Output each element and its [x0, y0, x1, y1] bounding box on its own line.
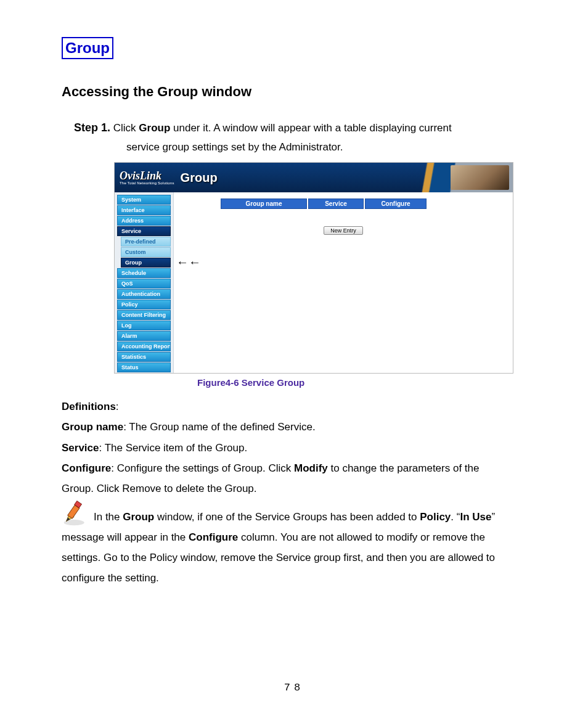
note-l2a: message will appear in the [62, 531, 189, 543]
step-text-mid: under it. A window will appear with a ta… [170, 122, 451, 134]
page-number: 78 [0, 682, 588, 694]
nav-statistics[interactable]: Statistics [117, 352, 171, 362]
nav-address[interactable]: Address [117, 216, 171, 226]
nav-policy[interactable]: Policy [117, 300, 171, 309]
nav-sub-custom[interactable]: Custom [121, 247, 171, 257]
new-entry-button[interactable]: New Entry [324, 226, 363, 235]
nav-interface[interactable]: Interface [117, 205, 171, 215]
nav-service[interactable]: Service [117, 226, 171, 236]
step-label: Step 1. [74, 121, 110, 134]
col-service: Service [308, 198, 364, 209]
figure-caption: Figure4-6 Service Group [197, 377, 557, 388]
note-policy: Policy [420, 511, 451, 523]
def-modify: Modify [294, 462, 328, 474]
step-line2: service group settings set by the Admini… [126, 138, 557, 157]
nav-content-filtering[interactable]: Content Filtering [117, 310, 171, 320]
definitions-block: Definitions: Group name: The Group name … [62, 396, 557, 588]
screenshot-service-group: OvisLink The Total Networking Solutions … [114, 162, 513, 374]
def-configure-v2: to change the parameters of the [328, 462, 480, 474]
def-configure-v1: : Configure the settings of Group. Click [111, 462, 294, 474]
nav-alarm[interactable]: Alarm [117, 331, 171, 341]
table-header-row: Group name Service Configure [221, 198, 509, 209]
col-group-name: Group name [221, 198, 307, 209]
def-group-name-val: : The Group name of the defined Service. [123, 421, 316, 433]
page-title: Group [181, 171, 218, 185]
nav-sub-group[interactable]: Group [121, 258, 171, 268]
def-configure-line2: Group. Click Remove to delete the Group. [62, 478, 557, 499]
nav-authentication[interactable]: Authentication [117, 289, 171, 299]
note-pencil-icon [62, 500, 89, 527]
nav-accounting-report[interactable]: Accounting Report [117, 342, 171, 351]
note-p1b: window, if one of the Service Groups has… [154, 511, 420, 523]
note-l2b: column. You are not allowed to modify or… [238, 531, 485, 543]
nav-system[interactable]: System [117, 195, 171, 205]
col-configure: Configure [365, 198, 427, 209]
nav-qos[interactable]: QoS [117, 279, 171, 288]
def-service-val: : The Service item of the Group. [99, 442, 248, 454]
header-photo [451, 165, 509, 190]
logo: OvisLink The Total Networking Solutions [115, 170, 174, 185]
screenshot-header: OvisLink The Total Networking Solutions … [115, 163, 513, 192]
nav-schedule[interactable]: Schedule [117, 268, 171, 278]
screenshot-content: Group name Service Configure New Entry [174, 192, 513, 373]
note-p1a: In the [94, 511, 123, 523]
step-bold-group: Group [139, 122, 170, 134]
def-configure-key: Configure [62, 462, 111, 474]
note-configure: Configure [189, 531, 238, 543]
def-group-name-key: Group name [62, 421, 123, 433]
def-service-key: Service [62, 442, 99, 454]
nav-status[interactable]: Status [117, 362, 171, 372]
note-p1d: ” [491, 511, 495, 523]
step-1: Step 1. Click Group under it. A window w… [74, 118, 557, 156]
step-text-pre: Click [110, 122, 139, 134]
note-group: Group [123, 511, 154, 523]
sidebar-nav: System Interface Address Service Pre-def… [115, 192, 174, 373]
note-l4: configure the setting. [62, 568, 557, 588]
note-inuse: In Use [460, 511, 491, 523]
definitions-heading: Definitions [62, 401, 116, 412]
logo-tagline: The Total Networking Solutions [120, 181, 174, 185]
nav-sub-predefined[interactable]: Pre-defined [121, 237, 171, 247]
logo-text: OvisLink [120, 170, 174, 181]
subheading: Accessing the Group window [62, 84, 557, 100]
note-p1c: . “ [451, 511, 460, 523]
nav-log[interactable]: Log [117, 321, 171, 330]
note-l3: settings. Go to the Policy window, remov… [62, 547, 557, 568]
section-title: Group [62, 37, 113, 59]
